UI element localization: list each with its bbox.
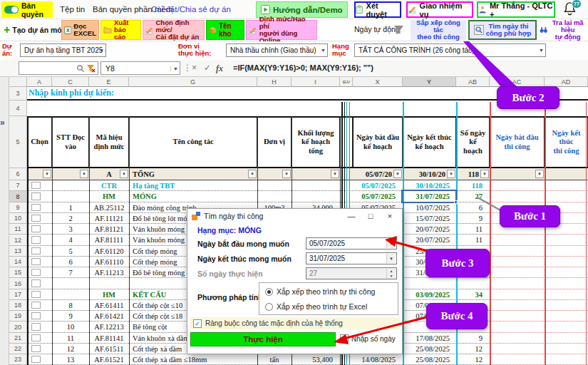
grid-cell[interactable]: AF.61411 (90, 300, 128, 310)
row-select-box[interactable] (31, 356, 41, 363)
filter-dropdown-button[interactable]: ▼ (248, 170, 257, 178)
grid-cell[interactable]: 25/08/2025 (404, 354, 454, 364)
row-header-16[interactable]: 16 (9, 278, 27, 289)
select-all-corner[interactable] (9, 77, 27, 87)
fill-handle[interactable] (454, 200, 458, 204)
grid-cell[interactable]: 05/07/2025 (353, 191, 400, 202)
column-header-AB[interactable]: AB (456, 77, 490, 87)
grid-cell[interactable]: Hạ tầng TBT (130, 180, 256, 190)
grid-cell[interactable]: MÓNG (130, 191, 256, 202)
row-select-box[interactable] (31, 182, 41, 189)
row-select-box[interactable] (31, 215, 41, 222)
row-header-3[interactable]: 3 (9, 87, 27, 101)
chevron-down-icon[interactable]: ▼ (386, 239, 396, 248)
grid-cell[interactable]: Cốt thép xà dầm ≤18mm (130, 354, 256, 364)
row-header-15[interactable]: 15 (9, 267, 27, 278)
filter-dropdown-button[interactable]: ▼ (393, 170, 402, 178)
column-header-C[interactable]: C (52, 77, 89, 87)
grid-cell[interactable]: 15/07/2025 (404, 213, 454, 223)
row-select-box[interactable] (31, 192, 41, 200)
column-header-A[interactable]: A (27, 77, 52, 87)
checkbox-checked-icon[interactable]: ✓ (193, 319, 202, 328)
filter-cell-chon[interactable]: ▼ (27, 168, 52, 180)
row-header-23[interactable]: 23 (9, 354, 27, 365)
grid-cell[interactable]: AF.61421 (90, 311, 128, 321)
spinner-buttons[interactable]: ▲▼ (386, 269, 396, 278)
row-select-box[interactable] (31, 334, 41, 341)
grid-cell[interactable]: 2 (52, 213, 89, 223)
radio-excel-order[interactable]: Xắp xếp theo trình tự Excel (265, 302, 367, 311)
grid-cell[interactable]: AF.12213 (90, 322, 128, 332)
column-header-X[interactable]: X (353, 77, 403, 87)
grid-cell[interactable]: AF.81141 (90, 333, 128, 343)
grid-cell[interactable]: AF.11121 (90, 213, 128, 223)
grid-cell[interactable]: 118 (456, 180, 487, 190)
row-select-box[interactable] (31, 279, 41, 287)
row-select-box[interactable] (31, 225, 41, 232)
start-date-combobox[interactable]: 05/07/2025 ▼ (306, 237, 397, 250)
row-select-box[interactable] (31, 269, 41, 276)
grid-cell[interactable]: 30/10/2025 (404, 180, 454, 190)
row-select-box[interactable] (31, 302, 41, 309)
grid-cell[interactable]: 20/07/2025 (404, 224, 454, 234)
row-header-4[interactable]: 4 (9, 101, 27, 116)
grid-cell[interactable]: AF.81121 (90, 224, 128, 234)
row-select-box[interactable] (31, 345, 41, 352)
filter-dropdown-button[interactable]: ▼ (282, 170, 291, 178)
row-header-18[interactable]: 18 (9, 300, 27, 311)
row-header-6[interactable]: 6 (9, 168, 27, 180)
filter-dropdown-button[interactable]: ▼ (535, 170, 544, 178)
radio-selected-icon[interactable] (265, 288, 273, 296)
grid-cell[interactable]: AF.61511 (90, 344, 128, 354)
grid-cell[interactable]: 03/09/2025 (404, 289, 454, 299)
row-header-12[interactable]: 12 (9, 235, 27, 246)
grid-cell[interactable]: CTR (90, 180, 128, 190)
grid-cell[interactable]: 7 (52, 267, 89, 277)
grid-cell[interactable]: 10 (52, 322, 89, 332)
filter-cell-ab[interactable]: 118▼ (456, 168, 490, 180)
checkbox-unchecked-icon[interactable] (340, 334, 349, 343)
run-button[interactable]: Thực hiện (190, 332, 336, 346)
row-header-22[interactable]: 22 (9, 344, 27, 354)
row-header-5[interactable]: 5 (9, 116, 27, 168)
grid-cell[interactable]: 11 (456, 235, 487, 245)
column-header-Y[interactable]: Y (403, 77, 456, 87)
column-header-I[interactable]: I (292, 77, 340, 87)
grid-cell[interactable]: 05/07/2025 (353, 180, 400, 190)
radio-unselected-icon[interactable] (265, 303, 273, 311)
row-select-box[interactable] (31, 204, 41, 211)
filter-dropdown-button[interactable]: ▼ (120, 170, 128, 178)
column-header-AD[interactable]: AD (545, 77, 588, 87)
filter-cell-code[interactable]: A▼ (89, 168, 129, 180)
grid-cell[interactable]: 5 (52, 246, 89, 256)
grid-cell[interactable]: 4 (52, 235, 89, 245)
row-header-14[interactable]: 14 (9, 257, 27, 267)
row-header-13[interactable]: 13 (9, 246, 27, 257)
grid-cell[interactable]: 12 (456, 344, 487, 354)
grid-cell[interactable]: 6 (52, 257, 89, 267)
filter-cell-ac[interactable]: ▼ (490, 168, 545, 180)
minimize-button[interactable]: — (344, 212, 359, 220)
constraint-option[interactable]: ✓ Ràng buộc công tác mặc định của hệ thố… (190, 317, 400, 329)
row-header-7[interactable]: 7 (9, 180, 27, 191)
row-select-box[interactable] (31, 312, 41, 319)
grid-cell[interactable]: 11 (456, 224, 487, 234)
grid-cell[interactable]: 34 (456, 289, 487, 299)
grid-cell[interactable]: 11 (52, 333, 89, 343)
grid-cell[interactable]: 8 (52, 300, 89, 310)
filter-cell-name[interactable]: TỔNG▼ (129, 168, 257, 180)
row-select-box[interactable] (31, 258, 41, 265)
row-header-20[interactable]: 20 (9, 322, 27, 333)
column-header-AC[interactable]: AC (490, 77, 545, 87)
row-header-8[interactable]: 8 (9, 191, 27, 202)
grid-cell[interactable]: 25/08/2025 (404, 344, 454, 354)
dialog-title-bar[interactable]: Tìm ngày thi công — □ × (187, 209, 402, 223)
grid-cell[interactable]: 53,400 (292, 354, 337, 364)
grid-cell[interactable]: 20/07/2025 (404, 235, 454, 245)
grid-cell[interactable]: tấn (257, 354, 292, 364)
grid-cell[interactable]: AF.61110 (90, 257, 128, 267)
filter-dropdown-button[interactable]: ▼ (447, 170, 455, 178)
grid-cell[interactable]: 9 (456, 333, 487, 343)
grid-cell[interactable]: 9 (52, 311, 89, 321)
grid-cell[interactable]: 12 (52, 344, 89, 354)
